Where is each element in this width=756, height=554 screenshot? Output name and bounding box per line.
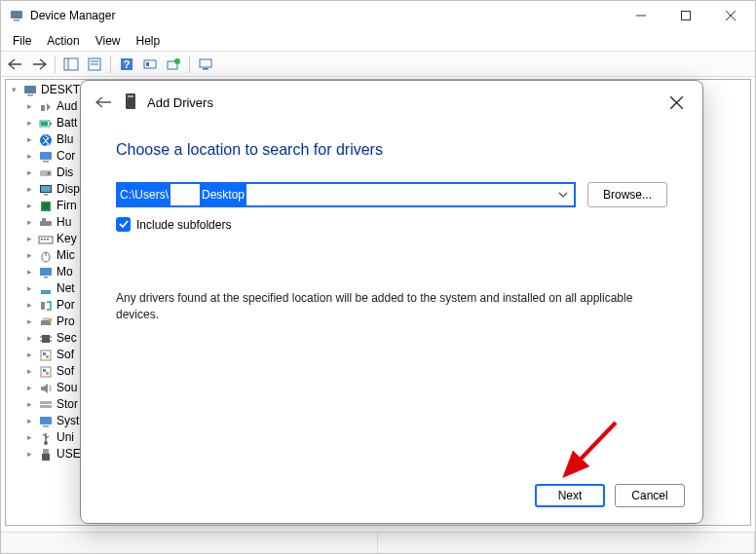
svg-rect-65 (40, 417, 52, 425)
battery-icon (38, 116, 54, 131)
svg-rect-40 (47, 239, 49, 240)
dialog-back-button[interactable] (89, 95, 118, 109)
svg-rect-0 (11, 11, 22, 18)
svg-rect-61 (43, 369, 46, 372)
ports-icon (38, 298, 54, 314)
window-title: Device Manager (30, 9, 619, 22)
chevron-down-icon[interactable] (552, 192, 574, 198)
svg-rect-39 (44, 239, 46, 240)
dialog-title: Add Drivers (147, 95, 213, 110)
hid-icon (38, 215, 54, 231)
scan-hardware-button[interactable] (139, 54, 161, 75)
dialog-close-button[interactable] (658, 96, 695, 109)
svg-rect-18 (203, 68, 208, 70)
add-drivers-dialog: Add Drivers Choose a location to search … (80, 80, 703, 524)
printqueue-icon (38, 314, 54, 330)
audio-icon (38, 99, 54, 115)
svg-rect-34 (43, 203, 49, 209)
system-icon (38, 414, 54, 429)
computer-icon (38, 149, 54, 165)
svg-rect-1 (14, 19, 19, 21)
dialog-footer: Next Cancel (81, 468, 702, 523)
svg-rect-59 (46, 355, 49, 358)
path-combobox[interactable]: C:\Users\ Desktop (116, 182, 576, 207)
processor-icon (38, 331, 54, 347)
svg-rect-43 (40, 268, 52, 276)
menu-action[interactable]: Action (39, 32, 87, 50)
menu-help[interactable]: Help (129, 32, 169, 50)
usbconn-icon (38, 447, 54, 462)
close-button[interactable] (708, 1, 753, 30)
svg-rect-6 (64, 58, 78, 70)
toolbar-divider (55, 55, 56, 73)
titlebar: Device Manager (1, 1, 755, 30)
svg-rect-44 (44, 277, 48, 278)
svg-point-16 (174, 58, 180, 64)
svg-rect-19 (24, 86, 36, 93)
svg-point-46 (42, 291, 44, 293)
svg-rect-72 (128, 95, 133, 97)
toolbar-divider (110, 55, 111, 73)
devices-view-button[interactable] (195, 54, 216, 75)
svg-rect-32 (44, 194, 48, 196)
menu-view[interactable]: View (88, 32, 129, 50)
svg-text:?: ? (124, 58, 131, 70)
firmware-icon (38, 199, 54, 214)
svg-rect-13 (144, 60, 156, 68)
svg-rect-35 (40, 221, 52, 226)
svg-rect-17 (200, 59, 211, 67)
include-subfolders-checkbox[interactable] (116, 217, 131, 232)
path-prefix: C:\Users\ (118, 184, 170, 205)
add-driver-button[interactable] (163, 54, 184, 75)
toolbar-divider (189, 55, 190, 73)
next-button[interactable]: Next (535, 484, 605, 507)
network-icon (38, 281, 54, 297)
mouse-icon (38, 248, 54, 264)
svg-rect-27 (43, 161, 49, 163)
svg-rect-64 (40, 405, 52, 408)
minimize-button[interactable] (619, 1, 663, 30)
show-hide-tree-button[interactable] (60, 54, 82, 75)
help-button[interactable]: ? (116, 54, 137, 75)
svg-rect-23 (50, 123, 52, 125)
menu-file[interactable]: File (5, 32, 39, 50)
driver-icon (124, 92, 137, 113)
maximize-button[interactable] (663, 1, 708, 30)
svg-rect-48 (41, 302, 45, 310)
usb-icon (38, 430, 54, 446)
dialog-heading: Choose a location to search for drivers (116, 141, 667, 159)
sound-icon (38, 381, 54, 396)
toolbar: ? (1, 52, 755, 77)
include-subfolders-label: Include subfolders (136, 218, 231, 232)
info-text: Any drivers found at the specified locat… (116, 290, 642, 323)
monitor-icon (38, 265, 54, 280)
browse-button[interactable]: Browse... (587, 182, 667, 207)
path-redacted (170, 184, 200, 205)
svg-rect-51 (49, 318, 52, 321)
display-icon (38, 182, 54, 198)
properties-button[interactable] (84, 54, 105, 75)
svg-rect-3 (682, 12, 691, 20)
svg-rect-31 (41, 186, 51, 192)
statusbar (1, 532, 755, 553)
svg-rect-21 (41, 105, 45, 111)
dialog-header: Add Drivers (81, 81, 702, 124)
svg-point-47 (45, 291, 47, 293)
svg-rect-58 (43, 352, 46, 355)
svg-rect-36 (42, 218, 46, 221)
keyboard-icon (38, 232, 54, 247)
nav-back-button[interactable] (5, 54, 26, 75)
software-icon (38, 348, 54, 363)
svg-rect-70 (42, 454, 50, 461)
menubar: File Action View Help (1, 30, 755, 52)
path-suffix: Desktop (200, 184, 246, 205)
svg-rect-20 (27, 94, 33, 96)
svg-rect-63 (40, 401, 52, 404)
svg-point-29 (48, 171, 51, 174)
cancel-button[interactable]: Cancel (615, 484, 685, 507)
nav-forward-button[interactable] (28, 54, 50, 75)
storage-icon (38, 397, 54, 413)
svg-rect-62 (46, 372, 49, 375)
svg-rect-14 (146, 62, 149, 66)
svg-rect-52 (42, 335, 50, 343)
